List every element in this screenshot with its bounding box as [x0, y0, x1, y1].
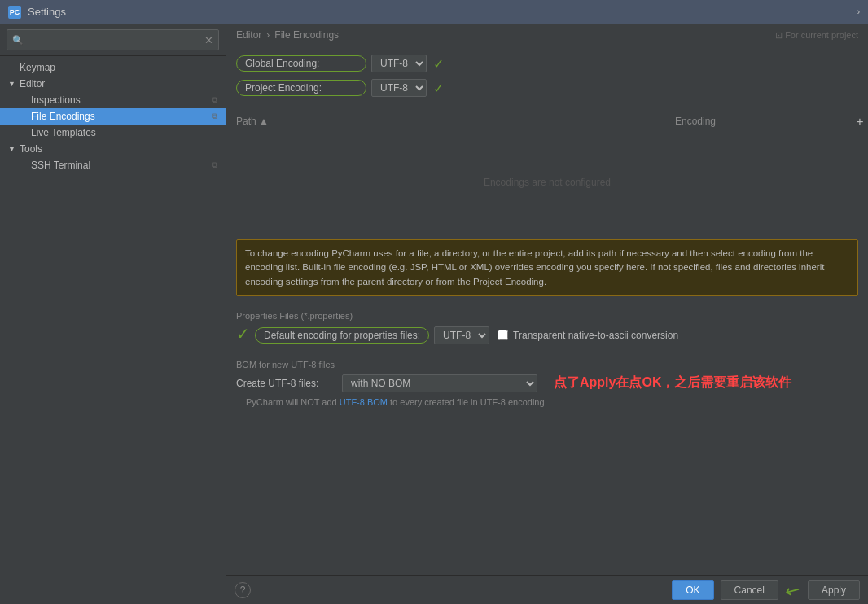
copy-icon: ⧉	[212, 95, 217, 105]
arrow-icon: ▼	[8, 80, 16, 88]
sidebar: 🔍 enco ✕ Keymap ▼ Editor Inspections ⧉	[0, 24, 226, 604]
project-label: ⊡ For current project	[775, 30, 858, 41]
transparent-checkbox[interactable]	[498, 330, 508, 340]
project-check-icon: ✓	[433, 81, 444, 96]
copy-icon: ⧉	[212, 112, 217, 121]
info-box: To change encoding PyCharm uses for a fi…	[236, 239, 858, 296]
sidebar-item-ssh-terminal[interactable]: SSH Terminal ⧉	[0, 157, 226, 173]
encoding-table-section: Path ▲ Encoding + Encodings are not conf…	[226, 112, 868, 231]
search-wrapper: 🔍 enco ✕	[7, 29, 219, 50]
sidebar-item-label: Tools	[20, 143, 42, 155]
sidebar-item-tools[interactable]: ▼ Tools	[0, 141, 226, 157]
search-input[interactable]: enco	[27, 32, 201, 48]
checkmark-annotation-icon: ✓	[236, 324, 250, 344]
sidebar-item-inspections[interactable]: Inspections ⧉	[0, 92, 226, 108]
project-encoding-label: Project Encoding:	[236, 80, 366, 96]
properties-label: Default encoding for properties files:	[255, 327, 429, 344]
breadcrumb: Editor › File Encodings ⊡ For current pr…	[226, 24, 868, 46]
project-encoding-select[interactable]: UTF-8	[371, 79, 427, 97]
sidebar-item-label: SSH Terminal	[31, 160, 90, 171]
bom-select[interactable]: with NO BOM	[342, 374, 537, 392]
bom-link[interactable]: UTF-8 BOM	[340, 397, 388, 407]
nav-tree: Keymap ▼ Editor Inspections ⧉ File Encod…	[0, 56, 226, 604]
breadcrumb-current: File Encodings	[274, 29, 339, 41]
properties-section: Properties Files (*.properties) ✓ Defaul…	[226, 304, 868, 357]
properties-row: ✓ Default encoding for properties files:…	[236, 326, 858, 345]
breadcrumb-editor: Editor	[236, 29, 261, 41]
bom-note-suffix: to every created file in UTF-8 encoding	[390, 397, 545, 407]
encoding-settings: Global Encoding: UTF-8 ✓ Project Encodin…	[226, 46, 868, 112]
global-encoding-label: Global Encoding:	[236, 55, 366, 72]
search-clear-icon[interactable]: ✕	[204, 34, 213, 46]
global-encoding-select[interactable]: UTF-8	[371, 55, 427, 72]
search-icon: 🔍	[12, 35, 24, 46]
titlebar: PC Settings ›	[0, 0, 868, 24]
bom-note: PyCharm will NOT add UTF-8 BOM to every …	[236, 397, 858, 412]
table-header: Path ▲ Encoding +	[226, 112, 868, 133]
sort-arrow-icon: ▲	[259, 116, 269, 127]
sidebar-item-label: Inspections	[31, 94, 81, 106]
main-layout: 🔍 enco ✕ Keymap ▼ Editor Inspections ⧉	[0, 24, 868, 604]
search-box: 🔍 enco ✕	[0, 24, 226, 56]
cancel-button[interactable]: Cancel	[721, 580, 778, 600]
bom-note-prefix: PyCharm will NOT add	[246, 397, 340, 407]
bottom-buttons: OK Cancel ↙ Apply	[672, 580, 860, 600]
ok-button[interactable]: OK	[672, 580, 713, 600]
info-text: To change encoding PyCharm uses for a fi…	[245, 248, 824, 287]
sidebar-item-editor[interactable]: ▼ Editor	[0, 76, 226, 92]
apply-arrow-icon: ↙	[782, 578, 804, 601]
arrow-icon: ▼	[8, 145, 16, 153]
bom-row: Create UTF-8 files: with NO BOM 点了Apply在…	[236, 374, 858, 392]
sidebar-item-label: Keymap	[20, 62, 55, 73]
apply-button[interactable]: Apply	[808, 580, 860, 600]
bom-section: BOM for new UTF-8 files Create UTF-8 fil…	[226, 357, 868, 415]
transparent-label: Transparent native-to-ascii conversion	[513, 330, 678, 341]
encoding-column-header: Encoding	[539, 114, 852, 130]
table-empty-message: Encodings are not configured	[226, 133, 868, 231]
sidebar-item-label: Editor	[20, 78, 45, 90]
chinese-annotation: 点了Apply在点OK，之后需要重启该软件	[554, 374, 791, 392]
expand-arrow-icon[interactable]: ›	[857, 7, 860, 16]
copy-icon: ⧉	[212, 160, 217, 170]
bottom-bar: ? OK Cancel ↙ Apply	[226, 575, 868, 604]
content-spacer	[226, 415, 868, 575]
properties-encoding-select[interactable]: UTF-8	[434, 326, 489, 344]
sidebar-item-label: File Encodings	[31, 111, 95, 122]
help-button[interactable]: ?	[235, 582, 251, 598]
window-title: Settings	[28, 6, 66, 18]
bom-section-title: BOM for new UTF-8 files	[236, 360, 858, 370]
breadcrumb-separator: ›	[266, 29, 270, 41]
global-encoding-row: Global Encoding: UTF-8 ✓	[236, 55, 858, 72]
sidebar-item-label: Live Templates	[31, 127, 96, 138]
sidebar-item-file-encodings[interactable]: File Encodings ⧉	[0, 108, 226, 125]
app-icon: PC	[8, 6, 21, 19]
bom-label: Create UTF-8 files:	[236, 378, 342, 389]
content-area: Editor › File Encodings ⊡ For current pr…	[226, 24, 868, 604]
global-check-icon: ✓	[433, 56, 444, 72]
project-encoding-row: Project Encoding: UTF-8 ✓	[236, 79, 858, 97]
properties-section-title: Properties Files (*.properties)	[236, 311, 858, 321]
path-column-header: Path ▲	[226, 114, 539, 130]
add-encoding-button[interactable]: +	[852, 114, 868, 130]
sidebar-item-live-templates[interactable]: Live Templates	[0, 125, 226, 141]
transparent-checkbox-row: Transparent native-to-ascii conversion	[498, 330, 678, 341]
sidebar-item-keymap[interactable]: Keymap	[0, 59, 226, 76]
